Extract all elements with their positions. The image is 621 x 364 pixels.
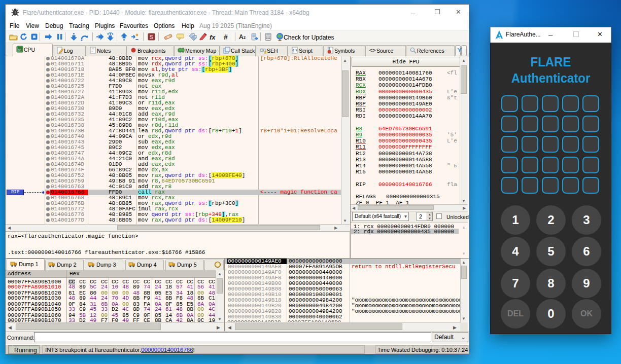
- svg-text:64: 64: [18, 48, 22, 51]
- svg-text:S: S: [150, 34, 153, 40]
- svg-text:<>: <>: [369, 48, 376, 54]
